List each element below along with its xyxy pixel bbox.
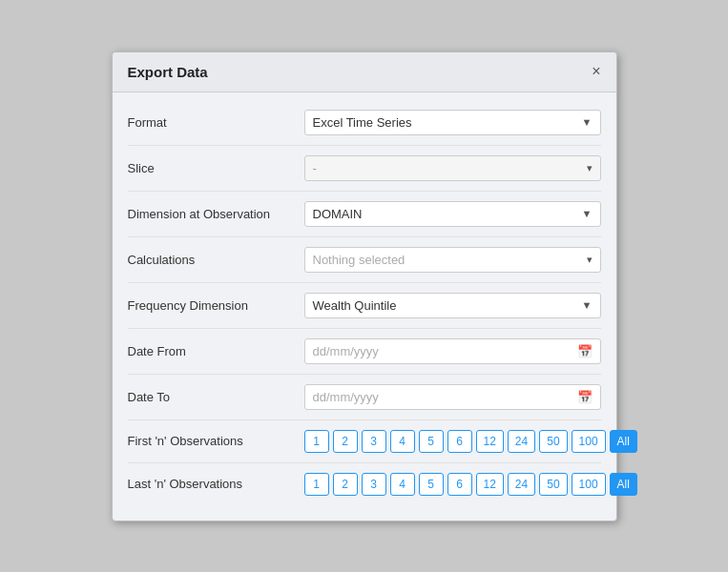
last-n-btn-5[interactable]: 5 [419, 473, 444, 496]
dialog-body: Format Excel Time Series ▼ Slice - ▾ Dim… [113, 92, 616, 521]
format-row: Format Excel Time Series ▼ [128, 100, 601, 146]
last-n-btn-3[interactable]: 3 [362, 473, 386, 496]
date-to-placeholder: dd/mm/yyyy [313, 390, 379, 404]
format-select[interactable]: Excel Time Series ▼ [304, 110, 601, 135]
calendar-icon: 📅 [577, 344, 593, 358]
frequency-select-value: Wealth Quintile [313, 298, 576, 313]
first-n-btn-4[interactable]: 4 [390, 430, 415, 453]
dimension-row: Dimension at Observation DOMAIN ▼ [128, 192, 601, 237]
first-n-btn-24[interactable]: 24 [508, 430, 535, 453]
slice-label: Slice [128, 161, 304, 175]
date-from-input[interactable]: dd/mm/yyyy 📅 [304, 338, 601, 364]
slice-row: Slice - ▾ [128, 146, 601, 192]
last-n-btn-50[interactable]: 50 [539, 473, 567, 496]
last-n-btn-all[interactable]: All [610, 473, 637, 496]
calendar-icon-2: 📅 [577, 390, 593, 404]
last-n-control: 123456122450100All [304, 473, 637, 496]
frequency-control: Wealth Quintile ▼ [304, 293, 601, 318]
calculations-row: Calculations Nothing selected ▾ [128, 237, 601, 283]
dimension-select-value: DOMAIN [313, 207, 576, 221]
dimension-control: DOMAIN ▼ [304, 201, 601, 227]
calculations-select-placeholder: Nothing selected [313, 253, 581, 267]
dialog-header: Export Data × [113, 52, 616, 92]
slice-select[interactable]: - ▾ [304, 155, 601, 181]
first-n-buttons: 123456122450100All [304, 430, 637, 453]
date-from-placeholder: dd/mm/yyyy [313, 344, 379, 358]
last-n-btn-1[interactable]: 1 [304, 473, 329, 496]
last-n-buttons: 123456122450100All [304, 473, 637, 496]
first-n-control: 123456122450100All [304, 430, 637, 453]
format-label: Format [128, 115, 304, 130]
last-n-btn-100[interactable]: 100 [572, 473, 606, 496]
date-to-row: Date To dd/mm/yyyy 📅 [128, 375, 601, 420]
frequency-select[interactable]: Wealth Quintile ▼ [304, 293, 601, 318]
last-n-btn-12[interactable]: 12 [476, 473, 504, 496]
dialog-title: Export Data [128, 64, 208, 80]
slice-chevron-icon: ▾ [587, 162, 593, 174]
calculations-chevron-icon: ▾ [587, 254, 593, 266]
dimension-chevron-icon: ▼ [582, 208, 593, 219]
last-n-btn-6[interactable]: 6 [447, 473, 472, 496]
close-button[interactable]: × [592, 64, 600, 79]
frequency-label: Frequency Dimension [128, 298, 304, 313]
first-n-label: First 'n' Observations [128, 434, 304, 448]
first-n-btn-all[interactable]: All [610, 430, 637, 453]
first-n-btn-6[interactable]: 6 [447, 430, 472, 453]
first-n-btn-2[interactable]: 2 [333, 430, 358, 453]
first-n-btn-5[interactable]: 5 [419, 430, 444, 453]
first-n-row: First 'n' Observations 123456122450100Al… [128, 420, 601, 463]
calculations-select[interactable]: Nothing selected ▾ [304, 247, 601, 273]
first-n-btn-3[interactable]: 3 [362, 430, 386, 453]
last-n-btn-2[interactable]: 2 [333, 473, 358, 496]
last-n-btn-4[interactable]: 4 [390, 473, 415, 496]
date-from-control: dd/mm/yyyy 📅 [304, 338, 601, 364]
dimension-label: Dimension at Observation [128, 207, 304, 221]
format-control: Excel Time Series ▼ [304, 110, 601, 135]
calculations-label: Calculations [128, 253, 304, 267]
frequency-chevron-icon: ▼ [582, 299, 593, 311]
date-from-label: Date From [128, 344, 304, 358]
last-n-label: Last 'n' Observations [128, 477, 304, 491]
last-n-row: Last 'n' Observations 123456122450100All [128, 463, 601, 505]
calculations-control: Nothing selected ▾ [304, 247, 601, 273]
first-n-btn-12[interactable]: 12 [476, 430, 504, 453]
slice-control: - ▾ [304, 155, 601, 181]
date-from-row: Date From dd/mm/yyyy 📅 [128, 329, 601, 375]
export-dialog: Export Data × Format Excel Time Series ▼… [112, 51, 617, 521]
first-n-btn-1[interactable]: 1 [304, 430, 329, 453]
format-select-value: Excel Time Series [313, 115, 576, 130]
frequency-row: Frequency Dimension Wealth Quintile ▼ [128, 283, 601, 329]
date-to-control: dd/mm/yyyy 📅 [304, 384, 601, 410]
last-n-btn-24[interactable]: 24 [508, 473, 535, 496]
date-to-input[interactable]: dd/mm/yyyy 📅 [304, 384, 601, 410]
first-n-btn-100[interactable]: 100 [572, 430, 606, 453]
first-n-btn-50[interactable]: 50 [539, 430, 567, 453]
dimension-select[interactable]: DOMAIN ▼ [304, 201, 601, 227]
slice-select-value: - [313, 161, 581, 175]
format-chevron-icon: ▼ [582, 116, 593, 128]
date-to-label: Date To [128, 390, 304, 404]
